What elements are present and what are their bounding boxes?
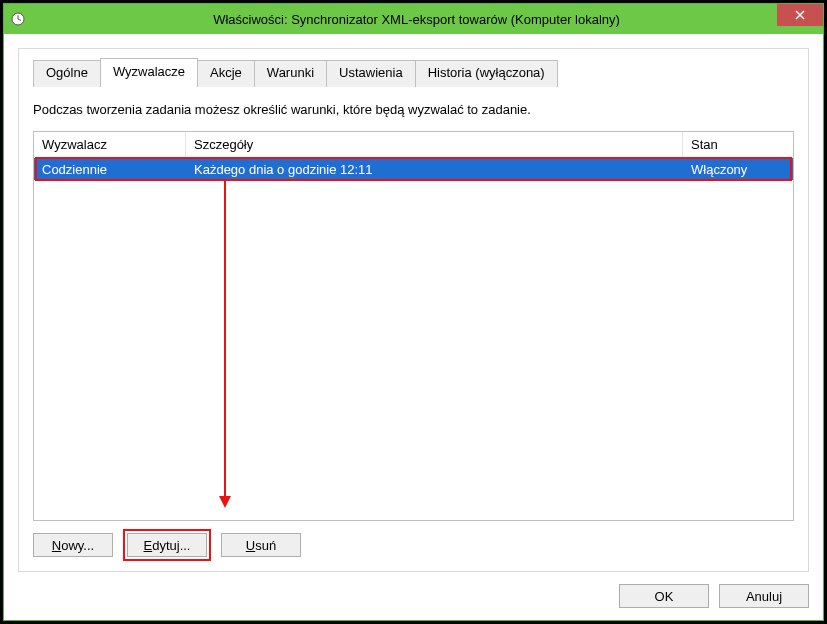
col-details[interactable]: Szczegóły xyxy=(186,132,683,157)
triggers-listview[interactable]: Wyzwalacz Szczegóły Stan Codziennie Każd… xyxy=(33,131,794,521)
annotation-arrow xyxy=(215,180,235,510)
btn-rest: owy... xyxy=(61,538,94,553)
titlebar: Właściwości: Synchronizator XML-eksport … xyxy=(4,4,823,34)
ok-button[interactable]: OK xyxy=(619,584,709,608)
access-key: U xyxy=(246,538,255,553)
access-key: E xyxy=(144,538,153,553)
col-state[interactable]: Stan xyxy=(683,132,793,157)
delete-button[interactable]: Usuń xyxy=(221,533,301,557)
inner-panel: Ogólne Wyzwalacze Akcje Warunki Ustawien… xyxy=(18,48,809,572)
properties-dialog: Właściwości: Synchronizator XML-eksport … xyxy=(3,3,824,621)
instructions-text: Podczas tworzenia zadania możesz określi… xyxy=(33,102,794,117)
tab-general[interactable]: Ogólne xyxy=(33,60,101,87)
tab-content: Podczas tworzenia zadania możesz określi… xyxy=(33,96,794,557)
edit-button[interactable]: Edytuj... xyxy=(127,533,207,557)
access-key: N xyxy=(52,538,61,553)
cell-trigger: Codziennie xyxy=(34,158,186,180)
cell-state: Włączony xyxy=(683,158,793,180)
col-trigger[interactable]: Wyzwalacz xyxy=(34,132,186,157)
btn-rest: suń xyxy=(255,538,276,553)
tabstrip: Ogólne Wyzwalacze Akcje Warunki Ustawien… xyxy=(33,60,794,87)
close-button[interactable] xyxy=(777,4,823,26)
tab-actions[interactable]: Akcje xyxy=(197,60,255,87)
tab-settings[interactable]: Ustawienia xyxy=(326,60,416,87)
trigger-row[interactable]: Codziennie Każdego dnia o godzinie 12:11… xyxy=(34,158,793,180)
dialog-buttons: OK Anuluj xyxy=(18,584,809,608)
tab-conditions[interactable]: Warunki xyxy=(254,60,327,87)
close-icon xyxy=(795,10,805,20)
tab-triggers[interactable]: Wyzwalacze xyxy=(100,58,198,85)
cell-details: Każdego dnia o godzinie 12:11 xyxy=(186,158,683,180)
cancel-button[interactable]: Anuluj xyxy=(719,584,809,608)
listview-header: Wyzwalacz Szczegóły Stan xyxy=(34,132,793,158)
window-title: Właściwości: Synchronizator XML-eksport … xyxy=(10,12,823,27)
trigger-buttons: Nowy... Edytuj... Usuń xyxy=(33,533,794,557)
btn-rest: dytuj... xyxy=(152,538,190,553)
client-area: Ogólne Wyzwalacze Akcje Warunki Ustawien… xyxy=(4,34,823,620)
svg-marker-6 xyxy=(219,496,231,508)
new-button[interactable]: Nowy... xyxy=(33,533,113,557)
tab-history[interactable]: Historia (wyłączona) xyxy=(415,60,558,87)
